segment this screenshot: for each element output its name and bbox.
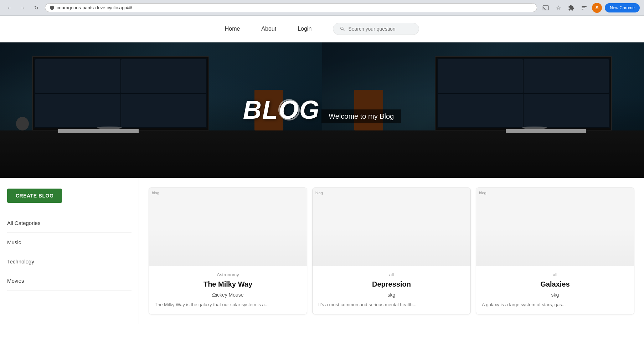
screen-cast-button[interactable] bbox=[541, 3, 551, 13]
bookmark-button[interactable]: ☆ bbox=[553, 3, 563, 13]
search-bar[interactable] bbox=[333, 23, 419, 35]
search-input[interactable] bbox=[348, 26, 412, 32]
forward-icon: → bbox=[20, 5, 25, 11]
blog-cards-section: blog Astronomy The Milky Way Ωιckey Mous… bbox=[139, 178, 644, 324]
hero-content: BL O G Welcome to my Blog bbox=[243, 97, 401, 123]
create-blog-button[interactable]: CREATE BLOG bbox=[7, 189, 62, 203]
new-chrome-button[interactable]: New Chrome bbox=[605, 3, 640, 12]
blog-card-author-1: Ωιckey Mouse bbox=[155, 292, 301, 298]
hero-title: BL O G bbox=[243, 97, 320, 123]
sidebar-icon bbox=[581, 5, 587, 11]
blog-card-image-1: blog bbox=[149, 188, 307, 266]
profile-initial: S bbox=[596, 5, 599, 10]
hero-subtitle: Welcome to my Blog bbox=[321, 109, 401, 123]
blog-card-excerpt-1: The Milky Way is the galaxy that our sol… bbox=[155, 301, 301, 308]
blog-card-title-3: Galaxies bbox=[482, 280, 628, 288]
profile-avatar[interactable]: S bbox=[592, 3, 602, 13]
blog-card-excerpt-2: It's a most common and serious mental he… bbox=[318, 301, 465, 308]
nav-login[interactable]: Login bbox=[298, 26, 311, 32]
security-icon bbox=[50, 5, 55, 10]
blog-card-author-2: skg bbox=[318, 292, 465, 298]
url-text: courageous-pants-dove.cyclic.app/#/ bbox=[57, 5, 132, 10]
categories-list: All Categories Music Technology Movies bbox=[7, 214, 132, 291]
sidebar-item-movies[interactable]: Movies bbox=[7, 271, 132, 291]
hero-banner: BL O G Welcome to my Blog bbox=[0, 42, 644, 178]
back-icon: ← bbox=[7, 5, 12, 11]
blog-image-alt-2: blog bbox=[315, 191, 323, 195]
browser-actions: ☆ S New Chrome bbox=[541, 3, 640, 13]
address-bar[interactable]: courageous-pants-dove.cyclic.app/#/ bbox=[45, 3, 537, 12]
extensions-button[interactable] bbox=[566, 3, 576, 13]
blog-card[interactable]: blog all Galaxies skg A galaxy is a larg… bbox=[476, 188, 634, 314]
blog-card-title-1: The Milky Way bbox=[155, 280, 301, 288]
blog-card[interactable]: blog all Depression skg It's a most comm… bbox=[312, 188, 471, 314]
main-content: CREATE BLOG All Categories Music Technol… bbox=[0, 178, 644, 324]
blog-card-body-1: Astronomy The Milky Way Ωιckey Mouse The… bbox=[149, 266, 307, 314]
nav-about[interactable]: About bbox=[261, 26, 276, 32]
blog-card-category-3: all bbox=[482, 272, 628, 277]
sidebar-item-technology[interactable]: Technology bbox=[7, 252, 132, 271]
reload-button[interactable]: ↻ bbox=[31, 3, 41, 13]
blog-card-image-3: blog bbox=[476, 188, 634, 266]
browser-chrome: ← → ↻ courageous-pants-dove.cyclic.app/#… bbox=[0, 0, 644, 16]
nav-home[interactable]: Home bbox=[225, 26, 240, 32]
blog-card-category-2: all bbox=[318, 272, 465, 277]
site-navbar: Home About Login bbox=[0, 16, 644, 42]
sidebar-item-all-categories[interactable]: All Categories bbox=[7, 214, 132, 233]
reload-icon: ↻ bbox=[34, 5, 38, 11]
blog-card-category-1: Astronomy bbox=[155, 272, 301, 277]
forward-button[interactable]: → bbox=[18, 3, 28, 13]
sidebar: CREATE BLOG All Categories Music Technol… bbox=[0, 178, 139, 324]
new-chrome-label: New Chrome bbox=[610, 5, 635, 10]
blog-image-alt-3: blog bbox=[479, 191, 486, 195]
sidebar-toggle-button[interactable] bbox=[579, 3, 589, 13]
back-button[interactable]: ← bbox=[4, 3, 14, 13]
blog-card[interactable]: blog Astronomy The Milky Way Ωιckey Mous… bbox=[149, 188, 307, 314]
search-icon bbox=[340, 26, 345, 32]
blog-card-image-2: blog bbox=[313, 188, 470, 266]
blog-card-author-3: skg bbox=[482, 292, 628, 298]
puzzle-icon bbox=[568, 5, 575, 11]
blog-card-title-2: Depression bbox=[318, 280, 465, 288]
sidebar-item-music[interactable]: Music bbox=[7, 233, 132, 252]
create-blog-label: CREATE BLOG bbox=[16, 193, 53, 199]
star-icon: ☆ bbox=[556, 4, 561, 11]
blog-card-excerpt-3: A galaxy is a large system of stars, gas… bbox=[482, 301, 628, 308]
blog-card-body-3: all Galaxies skg A galaxy is a large sys… bbox=[476, 266, 634, 314]
blog-card-body-2: all Depression skg It's a most common an… bbox=[313, 266, 470, 314]
screen-cast-icon bbox=[542, 5, 549, 11]
blog-image-alt-1: blog bbox=[152, 191, 159, 195]
